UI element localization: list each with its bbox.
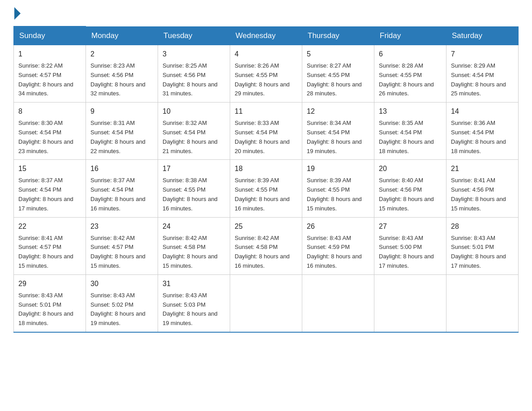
- sunrise-sunset-info: Sunrise: 8:22 AMSunset: 4:57 PMDaylight:…: [18, 62, 73, 97]
- calendar-week-row: 29 Sunrise: 8:43 AMSunset: 5:01 PMDaylig…: [14, 274, 519, 332]
- calendar-cell: 29 Sunrise: 8:43 AMSunset: 5:01 PMDaylig…: [14, 274, 86, 332]
- day-number: 1: [18, 49, 81, 60]
- calendar-header-row: SundayMondayTuesdayWednesdayThursdayFrid…: [14, 26, 519, 45]
- sunrise-sunset-info: Sunrise: 8:35 AMSunset: 4:54 PMDaylight:…: [379, 120, 434, 154]
- sunrise-sunset-info: Sunrise: 8:39 AMSunset: 4:55 PMDaylight:…: [235, 177, 290, 211]
- sunrise-sunset-info: Sunrise: 8:33 AMSunset: 4:54 PMDaylight:…: [235, 120, 290, 154]
- sunrise-sunset-info: Sunrise: 8:23 AMSunset: 4:56 PMDaylight:…: [90, 62, 146, 97]
- sunrise-sunset-info: Sunrise: 8:36 AMSunset: 4:54 PMDaylight:…: [451, 120, 506, 154]
- day-number: 5: [307, 49, 369, 60]
- calendar-cell: 4 Sunrise: 8:26 AMSunset: 4:55 PMDayligh…: [230, 45, 302, 103]
- day-number: 2: [90, 49, 153, 60]
- calendar-week-row: 22 Sunrise: 8:41 AMSunset: 4:57 PMDaylig…: [14, 217, 519, 274]
- sunrise-sunset-info: Sunrise: 8:43 AMSunset: 5:03 PMDaylight:…: [163, 292, 218, 326]
- sunrise-sunset-info: Sunrise: 8:41 AMSunset: 4:56 PMDaylight:…: [451, 177, 506, 211]
- calendar-cell: 25 Sunrise: 8:42 AMSunset: 4:58 PMDaylig…: [230, 217, 302, 274]
- day-number: 16: [90, 163, 153, 174]
- day-number: 8: [18, 106, 81, 117]
- day-number: 11: [235, 106, 297, 117]
- day-number: 18: [235, 163, 297, 174]
- day-number: 22: [18, 221, 81, 232]
- calendar-cell: 9 Sunrise: 8:31 AMSunset: 4:54 PMDayligh…: [86, 103, 158, 160]
- day-number: 3: [163, 49, 225, 60]
- sunrise-sunset-info: Sunrise: 8:43 AMSunset: 4:59 PMDaylight:…: [307, 235, 362, 269]
- day-number: 9: [90, 106, 153, 117]
- sunrise-sunset-info: Sunrise: 8:42 AMSunset: 4:58 PMDaylight:…: [163, 235, 218, 269]
- day-header-tuesday: Tuesday: [158, 26, 230, 45]
- day-number: 20: [379, 163, 442, 174]
- calendar-cell: 18 Sunrise: 8:39 AMSunset: 4:55 PMDaylig…: [230, 160, 302, 217]
- day-number: 4: [235, 49, 297, 60]
- day-header-saturday: Saturday: [446, 26, 519, 45]
- sunrise-sunset-info: Sunrise: 8:40 AMSunset: 4:56 PMDaylight:…: [379, 177, 434, 211]
- sunrise-sunset-info: Sunrise: 8:32 AMSunset: 4:54 PMDaylight:…: [163, 120, 218, 154]
- calendar-cell: [230, 274, 302, 332]
- calendar-cell: 5 Sunrise: 8:27 AMSunset: 4:55 PMDayligh…: [302, 45, 374, 103]
- day-number: 12: [307, 106, 369, 117]
- calendar-week-row: 15 Sunrise: 8:37 AMSunset: 4:54 PMDaylig…: [14, 160, 519, 217]
- sunrise-sunset-info: Sunrise: 8:43 AMSunset: 5:01 PMDaylight:…: [451, 235, 506, 269]
- calendar-cell: 11 Sunrise: 8:33 AMSunset: 4:54 PMDaylig…: [230, 103, 302, 160]
- calendar-cell: 17 Sunrise: 8:38 AMSunset: 4:55 PMDaylig…: [158, 160, 230, 217]
- sunrise-sunset-info: Sunrise: 8:34 AMSunset: 4:54 PMDaylight:…: [307, 120, 362, 154]
- sunrise-sunset-info: Sunrise: 8:43 AMSunset: 5:01 PMDaylight:…: [18, 292, 73, 326]
- sunrise-sunset-info: Sunrise: 8:31 AMSunset: 4:54 PMDaylight:…: [90, 120, 146, 154]
- day-number: 27: [379, 221, 442, 232]
- sunrise-sunset-info: Sunrise: 8:42 AMSunset: 4:58 PMDaylight:…: [235, 235, 290, 269]
- calendar-cell: 12 Sunrise: 8:34 AMSunset: 4:54 PMDaylig…: [302, 103, 374, 160]
- calendar-cell: 21 Sunrise: 8:41 AMSunset: 4:56 PMDaylig…: [446, 160, 519, 217]
- calendar-cell: 28 Sunrise: 8:43 AMSunset: 5:01 PMDaylig…: [446, 217, 519, 274]
- calendar-cell: 8 Sunrise: 8:30 AMSunset: 4:54 PMDayligh…: [14, 103, 86, 160]
- calendar-table: SundayMondayTuesdayWednesdayThursdayFrid…: [13, 26, 519, 333]
- sunrise-sunset-info: Sunrise: 8:25 AMSunset: 4:56 PMDaylight:…: [163, 62, 218, 97]
- sunrise-sunset-info: Sunrise: 8:28 AMSunset: 4:55 PMDaylight:…: [379, 62, 434, 97]
- page-header: [13, 9, 519, 17]
- calendar-cell: 24 Sunrise: 8:42 AMSunset: 4:58 PMDaylig…: [158, 217, 230, 274]
- calendar-week-row: 1 Sunrise: 8:22 AMSunset: 4:57 PMDayligh…: [14, 45, 519, 103]
- calendar-cell: 13 Sunrise: 8:35 AMSunset: 4:54 PMDaylig…: [374, 103, 446, 160]
- day-number: 24: [163, 221, 225, 232]
- calendar-cell: 26 Sunrise: 8:43 AMSunset: 4:59 PMDaylig…: [302, 217, 374, 274]
- calendar-cell: [374, 274, 446, 332]
- calendar-week-row: 8 Sunrise: 8:30 AMSunset: 4:54 PMDayligh…: [14, 103, 519, 160]
- sunrise-sunset-info: Sunrise: 8:39 AMSunset: 4:55 PMDaylight:…: [307, 177, 362, 211]
- sunrise-sunset-info: Sunrise: 8:41 AMSunset: 4:57 PMDaylight:…: [18, 235, 73, 269]
- calendar-cell: [302, 274, 374, 332]
- day-header-wednesday: Wednesday: [230, 26, 302, 45]
- calendar-cell: 2 Sunrise: 8:23 AMSunset: 4:56 PMDayligh…: [86, 45, 158, 103]
- calendar-cell: 22 Sunrise: 8:41 AMSunset: 4:57 PMDaylig…: [14, 217, 86, 274]
- day-number: 6: [379, 49, 442, 60]
- day-number: 17: [163, 163, 225, 174]
- calendar-cell: 3 Sunrise: 8:25 AMSunset: 4:56 PMDayligh…: [158, 45, 230, 103]
- sunrise-sunset-info: Sunrise: 8:38 AMSunset: 4:55 PMDaylight:…: [163, 177, 218, 211]
- sunrise-sunset-info: Sunrise: 8:27 AMSunset: 4:55 PMDaylight:…: [307, 62, 362, 97]
- sunrise-sunset-info: Sunrise: 8:30 AMSunset: 4:54 PMDaylight:…: [18, 120, 73, 154]
- day-number: 10: [163, 106, 225, 117]
- day-header-friday: Friday: [374, 26, 446, 45]
- calendar-cell: 23 Sunrise: 8:42 AMSunset: 4:57 PMDaylig…: [86, 217, 158, 274]
- calendar-cell: 19 Sunrise: 8:39 AMSunset: 4:55 PMDaylig…: [302, 160, 374, 217]
- logo: [13, 9, 21, 17]
- sunrise-sunset-info: Sunrise: 8:43 AMSunset: 5:00 PMDaylight:…: [379, 235, 434, 269]
- sunrise-sunset-info: Sunrise: 8:42 AMSunset: 4:57 PMDaylight:…: [90, 235, 146, 269]
- day-number: 14: [451, 106, 514, 117]
- day-number: 13: [379, 106, 442, 117]
- logo-arrow-icon: [14, 7, 21, 20]
- day-number: 19: [307, 163, 369, 174]
- day-number: 21: [451, 163, 514, 174]
- calendar-cell: 14 Sunrise: 8:36 AMSunset: 4:54 PMDaylig…: [446, 103, 519, 160]
- day-header-thursday: Thursday: [302, 26, 374, 45]
- day-number: 31: [163, 278, 225, 289]
- calendar-cell: 10 Sunrise: 8:32 AMSunset: 4:54 PMDaylig…: [158, 103, 230, 160]
- calendar-cell: [446, 274, 519, 332]
- sunrise-sunset-info: Sunrise: 8:29 AMSunset: 4:54 PMDaylight:…: [451, 62, 506, 97]
- calendar-cell: 30 Sunrise: 8:43 AMSunset: 5:02 PMDaylig…: [86, 274, 158, 332]
- calendar-cell: 1 Sunrise: 8:22 AMSunset: 4:57 PMDayligh…: [14, 45, 86, 103]
- calendar-cell: 27 Sunrise: 8:43 AMSunset: 5:00 PMDaylig…: [374, 217, 446, 274]
- calendar-cell: 6 Sunrise: 8:28 AMSunset: 4:55 PMDayligh…: [374, 45, 446, 103]
- calendar-cell: 15 Sunrise: 8:37 AMSunset: 4:54 PMDaylig…: [14, 160, 86, 217]
- sunrise-sunset-info: Sunrise: 8:43 AMSunset: 5:02 PMDaylight:…: [90, 292, 146, 326]
- calendar-cell: 20 Sunrise: 8:40 AMSunset: 4:56 PMDaylig…: [374, 160, 446, 217]
- day-number: 7: [451, 49, 514, 60]
- day-number: 30: [90, 278, 153, 289]
